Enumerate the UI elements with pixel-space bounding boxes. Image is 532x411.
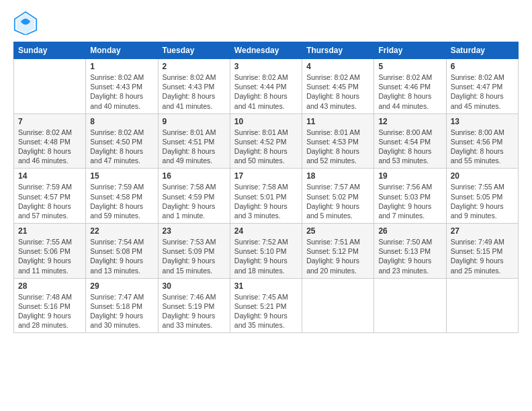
day-number: 4 — [306, 62, 369, 71]
day-number: 22 — [90, 226, 153, 236]
calendar-cell: 2Sunrise: 8:02 AMSunset: 4:43 PMDaylight… — [158, 59, 230, 114]
day-info: Sunrise: 7:50 AMSunset: 5:13 PMDaylight:… — [378, 237, 441, 275]
calendar-week-row: 1Sunrise: 8:02 AMSunset: 4:43 PMDaylight… — [14, 59, 519, 114]
calendar-cell — [302, 278, 374, 333]
calendar-cell: 21Sunrise: 7:55 AMSunset: 5:06 PMDayligh… — [14, 224, 86, 279]
day-header-sunday: Sunday — [14, 42, 86, 59]
day-info: Sunrise: 8:01 AMSunset: 4:51 PMDaylight:… — [163, 128, 226, 166]
day-header-saturday: Saturday — [446, 42, 518, 59]
day-info: Sunrise: 8:01 AMSunset: 4:53 PMDaylight:… — [306, 128, 369, 166]
day-number: 12 — [378, 117, 441, 126]
calendar-cell: 6Sunrise: 8:02 AMSunset: 4:47 PMDaylight… — [446, 59, 518, 114]
day-number: 31 — [234, 281, 298, 291]
calendar-cell: 5Sunrise: 8:02 AMSunset: 4:46 PMDaylight… — [374, 59, 446, 114]
day-header-wednesday: Wednesday — [230, 42, 302, 59]
day-info: Sunrise: 7:54 AMSunset: 5:08 PMDaylight:… — [90, 237, 153, 275]
calendar-cell: 9Sunrise: 8:01 AMSunset: 4:51 PMDaylight… — [158, 113, 230, 169]
day-info: Sunrise: 8:01 AMSunset: 4:52 PMDaylight:… — [234, 128, 298, 166]
day-info: Sunrise: 8:02 AMSunset: 4:44 PMDaylight:… — [234, 73, 298, 111]
day-info: Sunrise: 7:55 AMSunset: 5:05 PMDaylight:… — [451, 182, 514, 220]
day-info: Sunrise: 8:00 AMSunset: 4:54 PMDaylight:… — [378, 128, 441, 166]
day-number: 30 — [163, 281, 226, 291]
day-info: Sunrise: 7:48 AMSunset: 5:16 PMDaylight:… — [18, 292, 81, 330]
day-info: Sunrise: 7:46 AMSunset: 5:19 PMDaylight:… — [163, 292, 226, 330]
day-number: 17 — [234, 171, 298, 181]
day-info: Sunrise: 7:58 AMSunset: 5:01 PMDaylight:… — [234, 182, 298, 220]
calendar-week-row: 7Sunrise: 8:02 AMSunset: 4:48 PMDaylight… — [14, 113, 519, 169]
calendar-cell: 1Sunrise: 8:02 AMSunset: 4:43 PMDaylight… — [86, 59, 158, 114]
day-info: Sunrise: 7:51 AMSunset: 5:12 PMDaylight:… — [306, 237, 369, 275]
day-number: 23 — [163, 226, 226, 236]
day-number: 9 — [163, 117, 226, 126]
calendar-cell: 3Sunrise: 8:02 AMSunset: 4:44 PMDaylight… — [230, 59, 302, 114]
day-number: 2 — [163, 62, 226, 71]
calendar-week-row: 14Sunrise: 7:59 AMSunset: 4:57 PMDayligh… — [14, 169, 519, 224]
day-info: Sunrise: 7:59 AMSunset: 4:58 PMDaylight:… — [90, 182, 153, 220]
calendar-cell: 13Sunrise: 8:00 AMSunset: 4:56 PMDayligh… — [446, 113, 518, 169]
day-number: 15 — [90, 171, 153, 181]
day-number: 24 — [234, 226, 298, 236]
calendar-cell: 10Sunrise: 8:01 AMSunset: 4:52 PMDayligh… — [230, 113, 302, 169]
day-number: 27 — [451, 226, 514, 236]
day-info: Sunrise: 7:58 AMSunset: 4:59 PMDaylight:… — [163, 182, 226, 220]
day-info: Sunrise: 7:47 AMSunset: 5:18 PMDaylight:… — [90, 292, 153, 330]
calendar-cell: 25Sunrise: 7:51 AMSunset: 5:12 PMDayligh… — [302, 224, 374, 279]
day-number: 20 — [451, 171, 514, 181]
day-number: 26 — [378, 226, 441, 236]
calendar-cell: 23Sunrise: 7:53 AMSunset: 5:09 PMDayligh… — [158, 224, 230, 279]
day-header-thursday: Thursday — [302, 42, 374, 59]
calendar-cell: 15Sunrise: 7:59 AMSunset: 4:58 PMDayligh… — [86, 169, 158, 224]
day-header-tuesday: Tuesday — [158, 42, 230, 59]
day-info: Sunrise: 7:56 AMSunset: 5:03 PMDaylight:… — [378, 182, 441, 220]
day-number: 19 — [378, 171, 441, 181]
day-number: 10 — [234, 117, 298, 126]
day-number: 5 — [378, 62, 441, 71]
day-info: Sunrise: 7:45 AMSunset: 5:21 PMDaylight:… — [234, 292, 298, 330]
day-info: Sunrise: 7:53 AMSunset: 5:09 PMDaylight:… — [163, 237, 226, 275]
day-info: Sunrise: 8:02 AMSunset: 4:43 PMDaylight:… — [90, 73, 153, 111]
day-info: Sunrise: 7:59 AMSunset: 4:57 PMDaylight:… — [18, 182, 81, 220]
day-number: 6 — [451, 62, 514, 71]
day-number: 29 — [90, 281, 153, 291]
day-number: 28 — [18, 281, 81, 291]
calendar-cell: 18Sunrise: 7:57 AMSunset: 5:02 PMDayligh… — [302, 169, 374, 224]
calendar-cell — [374, 278, 446, 333]
calendar-cell: 8Sunrise: 8:02 AMSunset: 4:50 PMDaylight… — [86, 113, 158, 169]
day-number: 3 — [234, 62, 298, 71]
calendar-week-row: 21Sunrise: 7:55 AMSunset: 5:06 PMDayligh… — [14, 224, 519, 279]
calendar-cell: 27Sunrise: 7:49 AMSunset: 5:15 PMDayligh… — [446, 224, 518, 279]
page: SundayMondayTuesdayWednesdayThursdayFrid… — [0, 0, 532, 340]
day-info: Sunrise: 7:55 AMSunset: 5:06 PMDaylight:… — [18, 237, 81, 275]
day-number: 1 — [90, 62, 153, 71]
day-number: 14 — [18, 171, 81, 181]
calendar-cell: 29Sunrise: 7:47 AMSunset: 5:18 PMDayligh… — [86, 278, 158, 333]
day-info: Sunrise: 8:02 AMSunset: 4:45 PMDaylight:… — [306, 73, 369, 111]
calendar-header-row: SundayMondayTuesdayWednesdayThursdayFrid… — [14, 42, 519, 59]
calendar-cell: 24Sunrise: 7:52 AMSunset: 5:10 PMDayligh… — [230, 224, 302, 279]
calendar-cell: 14Sunrise: 7:59 AMSunset: 4:57 PMDayligh… — [14, 169, 86, 224]
calendar-cell: 4Sunrise: 8:02 AMSunset: 4:45 PMDaylight… — [302, 59, 374, 114]
logo-icon — [13, 11, 38, 35]
day-info: Sunrise: 7:49 AMSunset: 5:15 PMDaylight:… — [451, 237, 514, 275]
day-number: 7 — [18, 117, 81, 126]
day-number: 8 — [90, 117, 153, 126]
calendar-cell: 12Sunrise: 8:00 AMSunset: 4:54 PMDayligh… — [374, 113, 446, 169]
day-info: Sunrise: 7:52 AMSunset: 5:10 PMDaylight:… — [234, 237, 298, 275]
calendar-cell: 31Sunrise: 7:45 AMSunset: 5:21 PMDayligh… — [230, 278, 302, 333]
day-number: 16 — [163, 171, 226, 181]
day-number: 18 — [306, 171, 369, 181]
calendar-cell: 22Sunrise: 7:54 AMSunset: 5:08 PMDayligh… — [86, 224, 158, 279]
day-info: Sunrise: 8:02 AMSunset: 4:46 PMDaylight:… — [378, 73, 441, 111]
logo — [13, 11, 40, 35]
day-info: Sunrise: 8:02 AMSunset: 4:47 PMDaylight:… — [451, 73, 514, 111]
day-header-monday: Monday — [86, 42, 158, 59]
day-info: Sunrise: 8:00 AMSunset: 4:56 PMDaylight:… — [451, 128, 514, 166]
day-info: Sunrise: 8:02 AMSunset: 4:50 PMDaylight:… — [90, 128, 153, 166]
calendar-week-row: 28Sunrise: 7:48 AMSunset: 5:16 PMDayligh… — [14, 278, 519, 333]
calendar-cell: 28Sunrise: 7:48 AMSunset: 5:16 PMDayligh… — [14, 278, 86, 333]
calendar-cell: 17Sunrise: 7:58 AMSunset: 5:01 PMDayligh… — [230, 169, 302, 224]
day-info: Sunrise: 8:02 AMSunset: 4:43 PMDaylight:… — [163, 73, 226, 111]
calendar-cell: 30Sunrise: 7:46 AMSunset: 5:19 PMDayligh… — [158, 278, 230, 333]
calendar-cell: 11Sunrise: 8:01 AMSunset: 4:53 PMDayligh… — [302, 113, 374, 169]
day-number: 21 — [18, 226, 81, 236]
